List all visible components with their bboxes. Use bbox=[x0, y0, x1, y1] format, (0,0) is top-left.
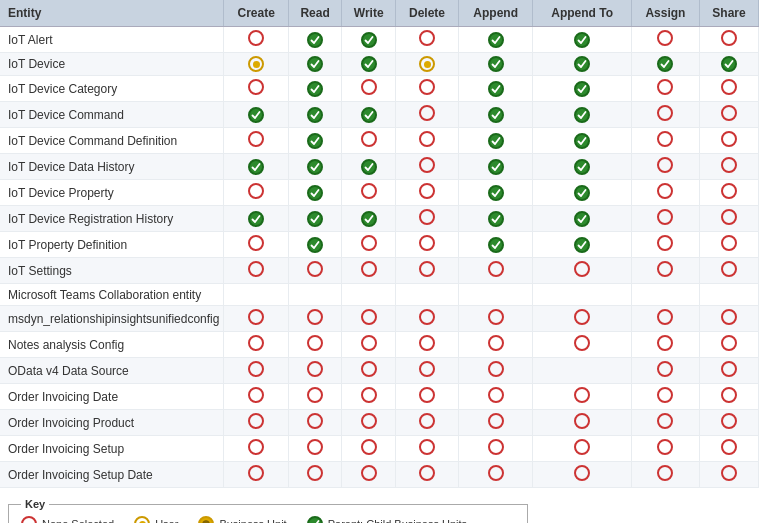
perm-parent-icon[interactable] bbox=[574, 237, 590, 253]
cell-append[interactable] bbox=[458, 27, 533, 53]
cell-appendto[interactable] bbox=[533, 436, 631, 462]
perm-none-icon[interactable] bbox=[657, 105, 673, 121]
cell-read[interactable] bbox=[288, 258, 341, 284]
perm-none-icon[interactable] bbox=[721, 30, 737, 46]
perm-none-icon[interactable] bbox=[488, 465, 504, 481]
cell-delete[interactable] bbox=[396, 27, 459, 53]
cell-write[interactable] bbox=[342, 154, 396, 180]
cell-delete[interactable] bbox=[396, 284, 459, 306]
cell-read[interactable] bbox=[288, 358, 341, 384]
perm-none-icon[interactable] bbox=[419, 183, 435, 199]
perm-none-icon[interactable] bbox=[419, 209, 435, 225]
cell-write[interactable] bbox=[342, 206, 396, 232]
perm-none-icon[interactable] bbox=[488, 361, 504, 377]
cell-append[interactable] bbox=[458, 53, 533, 76]
cell-write[interactable] bbox=[342, 410, 396, 436]
perm-none-icon[interactable] bbox=[307, 465, 323, 481]
cell-appendto[interactable] bbox=[533, 154, 631, 180]
cell-write[interactable] bbox=[342, 27, 396, 53]
perm-none-icon[interactable] bbox=[657, 413, 673, 429]
cell-write[interactable] bbox=[342, 284, 396, 306]
cell-write[interactable] bbox=[342, 332, 396, 358]
perm-parent-icon[interactable] bbox=[307, 56, 323, 72]
perm-none-icon[interactable] bbox=[721, 261, 737, 277]
cell-appendto[interactable] bbox=[533, 53, 631, 76]
perm-none-icon[interactable] bbox=[721, 413, 737, 429]
cell-append[interactable] bbox=[458, 284, 533, 306]
cell-read[interactable] bbox=[288, 180, 341, 206]
perm-none-icon[interactable] bbox=[361, 387, 377, 403]
cell-assign[interactable] bbox=[631, 102, 699, 128]
perm-parent-icon[interactable] bbox=[248, 159, 264, 175]
cell-read[interactable] bbox=[288, 76, 341, 102]
cell-append[interactable] bbox=[458, 102, 533, 128]
cell-write[interactable] bbox=[342, 102, 396, 128]
cell-delete[interactable] bbox=[396, 462, 459, 488]
cell-append[interactable] bbox=[458, 76, 533, 102]
cell-assign[interactable] bbox=[631, 27, 699, 53]
cell-delete[interactable] bbox=[396, 102, 459, 128]
perm-parent-icon[interactable] bbox=[307, 185, 323, 201]
cell-delete[interactable] bbox=[396, 180, 459, 206]
cell-assign[interactable] bbox=[631, 306, 699, 332]
cell-create[interactable] bbox=[224, 358, 288, 384]
perm-none-icon[interactable] bbox=[721, 105, 737, 121]
perm-none-icon[interactable] bbox=[307, 361, 323, 377]
cell-delete[interactable] bbox=[396, 53, 459, 76]
cell-append[interactable] bbox=[458, 410, 533, 436]
perm-parent-icon[interactable] bbox=[361, 159, 377, 175]
perm-parent-icon[interactable] bbox=[574, 211, 590, 227]
cell-create[interactable] bbox=[224, 27, 288, 53]
cell-append[interactable] bbox=[458, 436, 533, 462]
cell-appendto[interactable] bbox=[533, 102, 631, 128]
cell-create[interactable] bbox=[224, 306, 288, 332]
perm-parent-icon[interactable] bbox=[488, 107, 504, 123]
cell-share[interactable] bbox=[700, 53, 759, 76]
cell-append[interactable] bbox=[458, 358, 533, 384]
perm-parent-icon[interactable] bbox=[574, 185, 590, 201]
cell-write[interactable] bbox=[342, 384, 396, 410]
perm-none-icon[interactable] bbox=[361, 183, 377, 199]
perm-none-icon[interactable] bbox=[488, 387, 504, 403]
perm-none-icon[interactable] bbox=[419, 309, 435, 325]
cell-create[interactable] bbox=[224, 462, 288, 488]
cell-create[interactable] bbox=[224, 232, 288, 258]
cell-delete[interactable] bbox=[396, 410, 459, 436]
perm-parent-icon[interactable] bbox=[307, 81, 323, 97]
perm-parent-icon[interactable] bbox=[721, 56, 737, 72]
perm-parent-icon[interactable] bbox=[488, 185, 504, 201]
perm-parent-icon[interactable] bbox=[488, 211, 504, 227]
perm-none-icon[interactable] bbox=[248, 131, 264, 147]
cell-write[interactable] bbox=[342, 232, 396, 258]
perm-none-icon[interactable] bbox=[361, 465, 377, 481]
cell-share[interactable] bbox=[700, 384, 759, 410]
perm-parent-icon[interactable] bbox=[488, 81, 504, 97]
cell-appendto[interactable] bbox=[533, 306, 631, 332]
cell-append[interactable] bbox=[458, 462, 533, 488]
cell-append[interactable] bbox=[458, 232, 533, 258]
perm-none-icon[interactable] bbox=[248, 183, 264, 199]
cell-delete[interactable] bbox=[396, 232, 459, 258]
cell-create[interactable] bbox=[224, 206, 288, 232]
perm-none-icon[interactable] bbox=[657, 79, 673, 95]
perm-none-icon[interactable] bbox=[721, 131, 737, 147]
perm-user-icon[interactable] bbox=[248, 56, 264, 72]
perm-none-icon[interactable] bbox=[361, 335, 377, 351]
cell-share[interactable] bbox=[700, 27, 759, 53]
perm-parent-icon[interactable] bbox=[488, 237, 504, 253]
cell-create[interactable] bbox=[224, 102, 288, 128]
perm-none-icon[interactable] bbox=[721, 79, 737, 95]
perm-none-icon[interactable] bbox=[657, 261, 673, 277]
cell-create[interactable] bbox=[224, 53, 288, 76]
cell-share[interactable] bbox=[700, 128, 759, 154]
perm-none-icon[interactable] bbox=[419, 30, 435, 46]
cell-assign[interactable] bbox=[631, 410, 699, 436]
cell-assign[interactable] bbox=[631, 284, 699, 306]
cell-create[interactable] bbox=[224, 436, 288, 462]
perm-none-icon[interactable] bbox=[488, 309, 504, 325]
perm-none-icon[interactable] bbox=[307, 387, 323, 403]
cell-create[interactable] bbox=[224, 384, 288, 410]
perm-none-icon[interactable] bbox=[361, 309, 377, 325]
perm-none-icon[interactable] bbox=[721, 335, 737, 351]
cell-read[interactable] bbox=[288, 27, 341, 53]
